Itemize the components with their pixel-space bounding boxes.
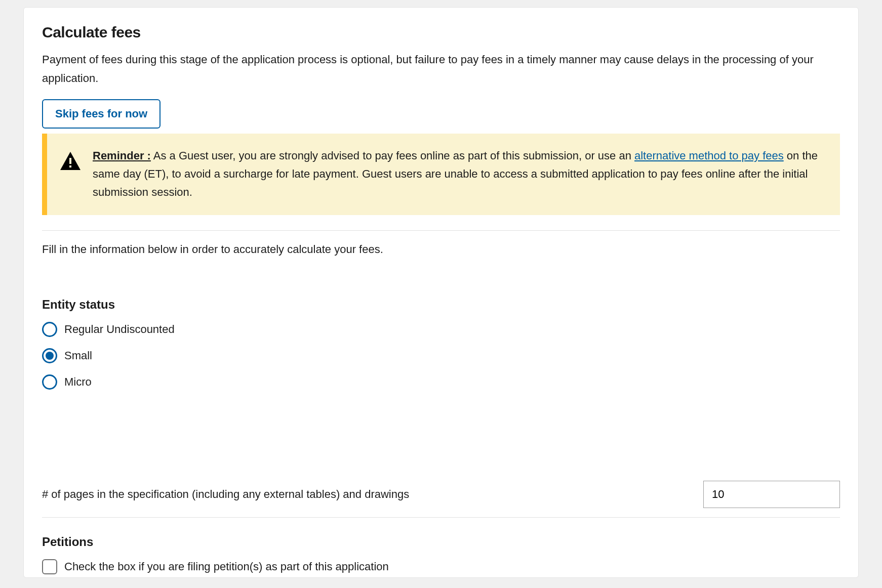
alternative-payment-link[interactable]: alternative method to pay fees <box>634 149 784 162</box>
radio-label: Micro <box>64 375 92 389</box>
pages-field-row: # of pages in the specification (includi… <box>42 481 840 508</box>
fees-card: Calculate fees Payment of fees during th… <box>23 7 859 578</box>
radio-icon <box>42 374 57 390</box>
alert-text: Reminder : As a Guest user, you are stro… <box>93 147 827 202</box>
petitions-checkbox[interactable]: Check the box if you are filing petition… <box>42 559 840 574</box>
entity-status-heading: Entity status <box>42 298 840 312</box>
divider <box>42 517 840 518</box>
entity-status-option-small[interactable]: Small <box>42 348 840 363</box>
radio-dot-icon <box>46 352 54 360</box>
entity-status-option-regular[interactable]: Regular Undiscounted <box>42 322 840 337</box>
divider <box>42 230 840 231</box>
entity-status-option-micro[interactable]: Micro <box>42 374 840 390</box>
instruction-text: Fill in the information below in order t… <box>42 243 840 256</box>
petitions-heading: Petitions <box>42 535 840 549</box>
intro-text: Payment of fees during this stage of the… <box>42 50 840 88</box>
alert-text-before: As a Guest user, you are strongly advise… <box>151 149 634 162</box>
svg-rect-1 <box>69 158 71 164</box>
radio-label: Small <box>64 349 92 362</box>
skip-fees-button[interactable]: Skip fees for now <box>42 99 161 129</box>
guest-warning-alert: Reminder : As a Guest user, you are stro… <box>42 134 840 215</box>
warning-icon <box>60 152 81 172</box>
petitions-checkbox-label: Check the box if you are filing petition… <box>64 560 389 573</box>
radio-label: Regular Undiscounted <box>64 323 175 336</box>
svg-rect-2 <box>69 165 71 167</box>
radio-icon <box>42 348 57 363</box>
alert-reminder-label: Reminder : <box>93 149 151 162</box>
pages-input[interactable] <box>703 481 840 508</box>
pages-field-label: # of pages in the specification (includi… <box>42 488 409 501</box>
checkbox-icon <box>42 559 57 574</box>
entity-status-radio-group: Regular Undiscounted Small Micro <box>42 322 840 390</box>
radio-icon <box>42 322 57 337</box>
page-title: Calculate fees <box>42 24 840 41</box>
